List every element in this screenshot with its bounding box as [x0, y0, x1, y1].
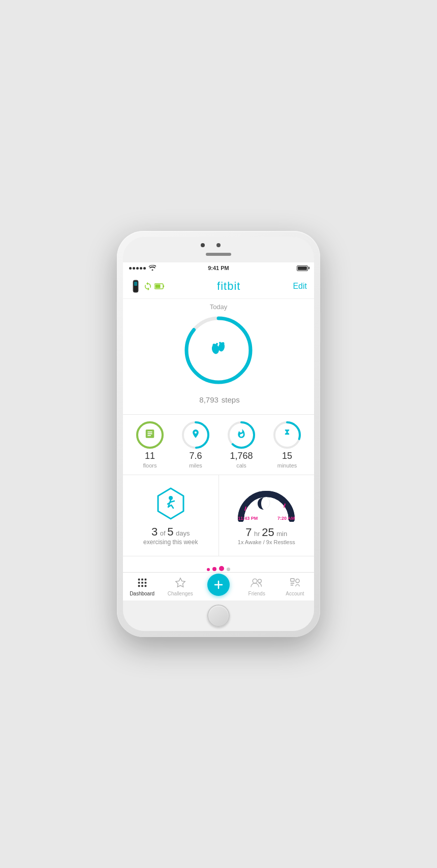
- steps-count-display: 8,793steps: [123, 390, 314, 406]
- nav-add[interactable]: [199, 573, 237, 600]
- floors-icon: [144, 428, 155, 442]
- stats-row: 11 floors: [123, 415, 314, 475]
- floors-stat[interactable]: 11 floors: [136, 421, 164, 469]
- svg-rect-36: [291, 578, 294, 581]
- miles-value: 7.6: [189, 451, 202, 460]
- status-time: 9:41 PM: [208, 265, 229, 271]
- minutes-value: 15: [282, 451, 292, 460]
- pagination-dots: [207, 566, 230, 571]
- cals-value: 1,768: [230, 451, 253, 460]
- sleep-cell[interactable]: 11:43 PM 7:20 AM 7 hr 25 min 1x: [219, 475, 315, 556]
- svg-rect-38: [291, 584, 294, 585]
- nav-account-label: Account: [286, 591, 304, 596]
- nav-challenges[interactable]: Challenges: [161, 573, 199, 600]
- today-label: Today: [123, 303, 314, 311]
- svg-rect-28: [138, 582, 140, 584]
- sleep-gauge-container: 11:43 PM 7:20 AM: [236, 486, 297, 522]
- minutes-ring: [273, 421, 301, 449]
- sleep-minutes: 25: [262, 526, 274, 539]
- dot-4: [227, 567, 230, 571]
- home-button[interactable]: [207, 605, 230, 627]
- status-bar: 9:41 PM: [123, 262, 314, 274]
- svg-point-34: [253, 579, 257, 583]
- sleep-start-time: 11:43 PM: [238, 516, 258, 521]
- status-right: [297, 265, 308, 271]
- svg-rect-32: [141, 585, 143, 587]
- phone-top-bar: [123, 237, 314, 262]
- signal-dot-5: [143, 267, 146, 270]
- cals-stat[interactable]: 1,768 cals: [227, 421, 256, 469]
- speaker-grille: [206, 253, 231, 256]
- miles-stat[interactable]: 7.6 miles: [181, 421, 210, 469]
- signal-dot-1: [129, 267, 132, 270]
- account-icon: [289, 577, 300, 590]
- cals-ring: [227, 421, 256, 449]
- exercise-unit: days: [176, 529, 190, 537]
- nav-dashboard[interactable]: Dashboard: [123, 573, 161, 600]
- floors-label: floors: [143, 462, 157, 469]
- miles-label: miles: [189, 462, 202, 469]
- phone-bottom-bar: [123, 600, 314, 631]
- svg-point-9: [213, 344, 215, 346]
- app-header: fitbit Edit: [123, 274, 314, 299]
- svg-rect-27: [144, 578, 146, 580]
- nav-account[interactable]: Account: [276, 573, 314, 600]
- exercise-current: 3: [151, 525, 158, 538]
- nav-dashboard-label: Dashboard: [130, 591, 154, 596]
- dot-2: [212, 567, 216, 571]
- fitbit-device-icon: [130, 279, 141, 293]
- minutes-stat[interactable]: 15 minutes: [273, 421, 301, 469]
- nav-friends[interactable]: Friends: [238, 573, 276, 600]
- floors-value: 11: [145, 451, 155, 460]
- bottom-nav: Dashboard Challenges: [123, 572, 314, 600]
- exercise-sleep-row: 3 of 5 days exercising this week: [123, 475, 314, 556]
- sync-icon: [143, 282, 152, 291]
- signal-dot-4: [140, 267, 142, 270]
- exercise-goal: 5: [167, 525, 173, 538]
- svg-rect-1: [134, 282, 137, 286]
- miles-ring: [181, 421, 210, 449]
- device-battery-icon: [154, 283, 165, 289]
- svg-rect-4: [155, 284, 161, 288]
- exercise-badge-icon: [153, 486, 189, 521]
- svg-rect-37: [291, 583, 294, 584]
- plus-icon: [212, 579, 225, 591]
- exercise-text: 3 of 5 days exercising this week: [143, 525, 198, 546]
- svg-point-10: [216, 343, 218, 345]
- svg-point-12: [222, 342, 225, 345]
- minutes-label: minutes: [277, 462, 297, 469]
- svg-point-7: [211, 343, 220, 354]
- app-title: fitbit: [217, 280, 240, 293]
- svg-rect-25: [138, 578, 140, 580]
- battery-icon: [297, 265, 308, 271]
- add-button[interactable]: [207, 574, 230, 596]
- battery-fill: [298, 266, 307, 270]
- heart-content: [131, 566, 306, 572]
- app-content[interactable]: Today: [123, 299, 314, 572]
- svg-point-35: [258, 579, 262, 583]
- sleep-hours: 7: [245, 526, 252, 539]
- svg-rect-26: [141, 578, 143, 580]
- signal-dot-3: [136, 267, 139, 270]
- dashboard-icon: [137, 577, 148, 590]
- heart-rate-section[interactable]: [123, 556, 314, 572]
- svg-rect-31: [138, 585, 140, 587]
- challenges-icon: [175, 577, 186, 590]
- svg-rect-29: [141, 582, 143, 584]
- front-camera-icon: [201, 243, 205, 247]
- dot-3: [219, 566, 224, 571]
- edit-button[interactable]: Edit: [293, 282, 307, 291]
- floors-ring: [136, 421, 164, 449]
- svg-point-11: [219, 342, 221, 344]
- steps-ring[interactable]: [183, 315, 254, 386]
- exercise-cell[interactable]: 3 of 5 days exercising this week: [123, 475, 219, 556]
- signal-dot-2: [133, 267, 135, 270]
- device-status-icons: [130, 279, 165, 293]
- sleep-end-time: 7:20 AM: [277, 516, 295, 521]
- steps-footprint-icon: [208, 338, 229, 363]
- phone-frame: 9:41 PM: [117, 231, 320, 637]
- status-left: [129, 265, 156, 272]
- sleep-detail: 1x Awake / 9x Restless: [238, 539, 295, 545]
- exercise-sublabel: exercising this week: [143, 539, 198, 546]
- screen: 9:41 PM: [123, 262, 314, 600]
